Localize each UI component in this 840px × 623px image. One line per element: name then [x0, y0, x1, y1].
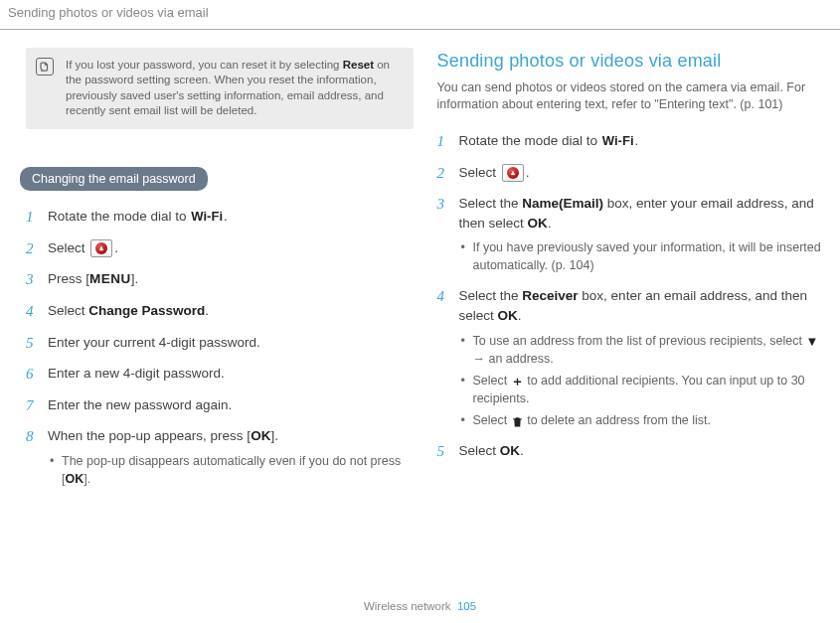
right-steps: 1 Rotate the mode dial to Wi-Fi. 2 Selec… — [437, 131, 825, 461]
right-step-2: 2 Select . — [437, 163, 825, 183]
step-text-end: ]. — [270, 428, 278, 443]
left-step-3: 3 Press [MENU]. — [26, 269, 414, 289]
left-step-2: 2 Select . — [26, 238, 414, 258]
step-text-end: . — [518, 308, 522, 323]
step-text-end: . — [548, 216, 552, 231]
step-number: 2 — [437, 163, 445, 185]
page-footer: Wireless network 105 — [0, 598, 840, 615]
change-password-label: Change Password — [88, 303, 205, 318]
ok-button-label: OK — [500, 443, 520, 458]
step-number: 7 — [26, 395, 34, 417]
receiver-label: Receiver — [522, 288, 578, 303]
header-title: Sending photos or videos via email — [8, 5, 209, 20]
sub-bullet: The pop-up disappears automatically even… — [48, 452, 414, 488]
sub-bullet: If you have previously saved your inform… — [459, 238, 825, 274]
right-step-5: 5 Select OK. — [437, 441, 825, 461]
note-text-before: If you lost your password, you can reset… — [66, 59, 343, 71]
step-number: 5 — [26, 333, 34, 355]
left-steps: 1 Rotate the mode dial to Wi-Fi. 2 Selec… — [26, 207, 414, 488]
left-step-7: 7 Enter the new password again. — [26, 395, 414, 415]
step-text: Enter the new password again. — [48, 397, 232, 412]
step-text: When the pop-up appears, press [ — [48, 428, 251, 443]
step-text: Press [ — [48, 271, 89, 286]
right-step-3-sub: If you have previously saved your inform… — [459, 238, 825, 274]
step-text: Select — [48, 240, 88, 255]
step-text-end: . — [205, 303, 209, 318]
step-number: 4 — [26, 301, 34, 323]
wifi-icon: Wi-Fi — [191, 208, 223, 227]
step-number: 3 — [437, 194, 445, 216]
step-text: Enter your current 4-digit password. — [48, 335, 260, 350]
left-step-8-sub: The pop-up disappears automatically even… — [48, 452, 414, 488]
name-email-label: Name(Email) — [522, 196, 603, 211]
section-intro: You can send photos or videos stored on … — [437, 79, 825, 113]
step-text: Enter a new 4-digit password. — [48, 366, 225, 381]
ok-button-label: OK — [65, 472, 84, 486]
section-heading: Sending photos or videos via email — [437, 48, 825, 74]
footer-label: Wireless network — [364, 600, 451, 612]
right-column: Sending photos or videos via email You c… — [431, 48, 829, 500]
right-step-1: 1 Rotate the mode dial to Wi-Fi. — [437, 131, 825, 151]
step-number: 3 — [26, 269, 34, 291]
sub-bullet: Select ＋ to add additional recipients. Y… — [459, 372, 825, 407]
step-number: 2 — [26, 238, 34, 260]
note-box: If you lost your password, you can reset… — [26, 48, 414, 129]
step-text-end: . — [526, 165, 530, 180]
sub-text-end: to delete an address from the list. — [524, 413, 711, 427]
menu-button-label: MENU — [89, 271, 131, 286]
step-text: Select — [459, 165, 500, 180]
sub-text-end: ]. — [84, 472, 90, 486]
ok-button-label: OK — [528, 216, 548, 231]
left-step-6: 6 Enter a new 4-digit password. — [26, 364, 414, 384]
footer-page-number: 105 — [457, 600, 476, 612]
step-text-end: . — [224, 209, 228, 224]
left-column: If you lost your password, you can reset… — [26, 48, 431, 500]
page-header: Sending photos or videos via email — [0, 0, 840, 30]
email-mode-icon — [90, 239, 112, 257]
left-step-1: 1 Rotate the mode dial to Wi-Fi. — [26, 207, 414, 227]
sub-text: Select — [473, 413, 511, 427]
trash-icon — [511, 414, 524, 428]
sub-bullet: Select to delete an address from the lis… — [459, 411, 825, 429]
note-bold: Reset — [343, 59, 374, 71]
left-step-5: 5 Enter your current 4-digit password. — [26, 333, 414, 353]
step-text: Select — [48, 303, 88, 318]
email-mode-icon — [502, 164, 524, 182]
step-number: 1 — [26, 207, 34, 229]
plus-icon: ＋ — [511, 375, 524, 388]
sub-text: Select — [473, 374, 511, 388]
step-text: Select the — [459, 196, 523, 211]
step-number: 4 — [437, 286, 445, 308]
section-pill: Changing the email password — [20, 167, 208, 191]
right-step-4-sub: To use an address from the list of previ… — [459, 332, 825, 430]
wifi-icon: Wi-Fi — [602, 132, 634, 151]
sub-bullet: To use an address from the list of previ… — [459, 332, 825, 368]
step-text-end: . — [520, 443, 524, 458]
step-text-end: . — [114, 240, 118, 255]
step-number: 6 — [26, 364, 34, 386]
note-icon — [36, 58, 54, 76]
step-text-end: . — [635, 133, 639, 148]
step-number: 1 — [437, 131, 445, 153]
step-number: 5 — [437, 441, 445, 463]
step-number: 8 — [26, 426, 34, 448]
right-step-4: 4 Select the Receiver box, enter an emai… — [437, 286, 825, 429]
ok-button-label: OK — [498, 308, 518, 323]
down-arrow-icon: ▼ — [805, 335, 818, 348]
ok-button-label: OK — [251, 428, 270, 443]
sub-text: If you have previously saved your inform… — [473, 240, 821, 272]
sub-text: The pop-up disappears automatically even… — [62, 454, 401, 486]
step-text: Select — [459, 443, 500, 458]
sub-text-end: → an address. — [473, 352, 554, 366]
step-text: Rotate the mode dial to — [48, 209, 190, 224]
step-text: Select the — [459, 288, 523, 303]
content-columns: If you lost your password, you can reset… — [0, 30, 840, 500]
step-text: Rotate the mode dial to — [459, 133, 601, 148]
left-step-8: 8 When the pop-up appears, press [OK]. T… — [26, 426, 414, 488]
step-text-end: ]. — [131, 271, 139, 286]
sub-text: To use an address from the list of previ… — [473, 334, 806, 348]
right-step-3: 3 Select the Name(Email) box, enter your… — [437, 194, 825, 274]
left-step-4: 4 Select Change Password. — [26, 301, 414, 321]
